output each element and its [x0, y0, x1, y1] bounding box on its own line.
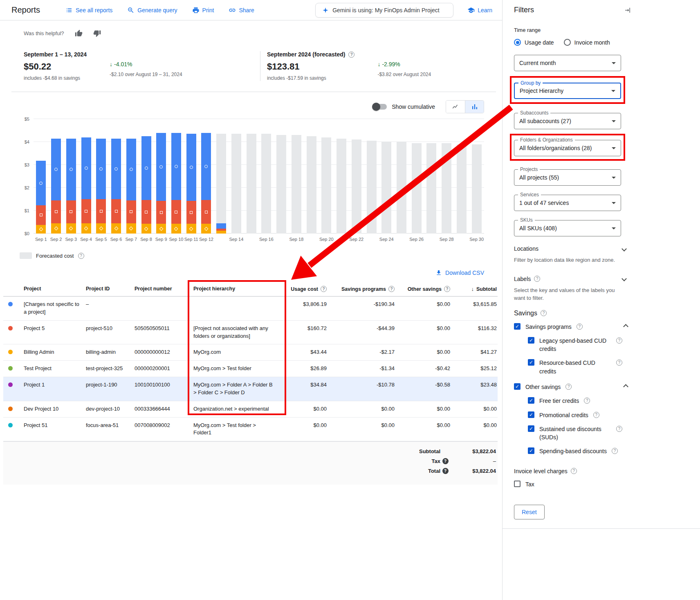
month-select[interactable]: Current month	[514, 55, 621, 71]
chart-bar-slot[interactable]	[109, 119, 124, 234]
table-row[interactable]: Test Project test-project-325 0000002000…	[3, 361, 498, 377]
col-project[interactable]: Project	[24, 286, 86, 292]
checkbox-savings-programs[interactable]: ✓ Savings programs ?	[514, 323, 629, 331]
table-row[interactable]: [Charges not specific to a project] – $3…	[3, 297, 498, 321]
chart-bar-slot[interactable]	[469, 119, 484, 234]
collapse-panel-button[interactable]	[624, 7, 631, 14]
labels-section-toggle[interactable]: Labels ?	[514, 276, 628, 282]
col-project-id[interactable]: Project ID	[86, 286, 135, 292]
col-project-hierarchy[interactable]: Project hierarchy	[193, 286, 280, 292]
checkbox-promotional-credits[interactable]: ✓ Promotional credits ?	[514, 411, 629, 419]
help-icon[interactable]: ?	[565, 384, 572, 390]
help-icon[interactable]: ?	[616, 426, 622, 432]
checkbox-spending-based-discounts[interactable]: ✓ Spending-based discounts ?	[514, 447, 629, 455]
line-chart-button[interactable]	[446, 101, 465, 113]
checkbox-other-savings[interactable]: ✓ Other savings ?	[514, 383, 629, 391]
help-icon[interactable]: ?	[388, 286, 395, 292]
chart-bar-slot[interactable]	[63, 119, 79, 234]
table-row-highlighted[interactable]: Project 1 project-1-190 100100100100 MyO…	[3, 377, 498, 401]
chart-bar-slot[interactable]	[409, 119, 424, 234]
help-icon[interactable]: ?	[616, 337, 622, 344]
col-usage-cost[interactable]: Usage cost?	[280, 286, 328, 292]
chart-bar-slot[interactable]	[214, 119, 229, 234]
chevron-up-icon[interactable]	[623, 384, 628, 389]
locations-section-toggle[interactable]: Locations	[514, 245, 628, 252]
chart-bar-slot[interactable]	[394, 119, 409, 234]
folders-organizations-select[interactable]: Folders & Organizations All folders/orga…	[514, 140, 621, 156]
chart-bar-slot[interactable]	[169, 119, 184, 234]
col-project-number[interactable]: Project number	[135, 286, 193, 292]
help-icon[interactable]: ?	[534, 276, 540, 282]
chart-bar-slot[interactable]	[199, 119, 214, 234]
table-row[interactable]: Dev Project 10 dev-project-10 0003336664…	[3, 401, 498, 418]
chart-bar-slot[interactable]	[289, 119, 304, 234]
help-icon[interactable]: ?	[321, 286, 327, 292]
help-icon[interactable]: ?	[78, 253, 84, 259]
checkbox-resource-cud-credits[interactable]: ✓ Resource-based CUD credits ?	[514, 359, 629, 375]
chart-bar-slot[interactable]	[79, 119, 94, 234]
thumbs-down-button[interactable]	[93, 29, 101, 37]
checkbox-tax[interactable]: Tax	[514, 480, 629, 488]
radio-usage-date[interactable]: Usage date	[514, 39, 554, 46]
checkbox-sustained-use-discounts[interactable]: ✓ Sustained use discounts (SUDs) ?	[514, 425, 629, 442]
col-subtotal[interactable]: ↓Subtotal	[451, 286, 498, 292]
table-row[interactable]: Project 5 project-510 505050505011 [Proj…	[3, 321, 498, 345]
print-link[interactable]: Print	[192, 7, 214, 14]
chart-bar-slot[interactable]	[439, 119, 454, 234]
chart-bar-slot[interactable]	[229, 119, 244, 234]
chart-bar-slot[interactable]	[379, 119, 394, 234]
col-savings-programs[interactable]: Savings programs?	[328, 286, 395, 292]
chart-bar-slot[interactable]	[304, 119, 319, 234]
chart-bar-slot[interactable]	[274, 119, 289, 234]
chevron-up-icon[interactable]	[623, 324, 628, 329]
reset-button[interactable]: Reset	[514, 505, 545, 519]
help-icon[interactable]: ?	[612, 448, 618, 454]
chart-bar-slot[interactable]	[123, 119, 139, 234]
chart-bar-slot[interactable]	[319, 119, 334, 234]
help-icon[interactable]: ?	[593, 412, 599, 418]
chart-bar-slot[interactable]	[454, 119, 469, 234]
help-icon[interactable]: ?	[571, 468, 577, 474]
square-marker-icon	[85, 210, 88, 213]
show-cumulative-toggle[interactable]: Show cumulative	[373, 103, 435, 110]
share-link[interactable]: Share	[229, 7, 254, 14]
chart-bar-slot[interactable]	[364, 119, 379, 234]
help-icon[interactable]: ?	[577, 324, 583, 330]
help-icon[interactable]: ?	[444, 286, 450, 292]
chart-bar-slot[interactable]	[244, 119, 259, 234]
learn-link[interactable]: Learn	[467, 7, 492, 14]
group-by-select[interactable]: Group by Project Hierarchy	[514, 83, 621, 99]
chart-bar-slot[interactable]	[424, 119, 439, 234]
chart-bar-slot[interactable]	[139, 119, 154, 234]
help-icon[interactable]: ?	[616, 360, 622, 366]
radio-invoice-month[interactable]: Invoice month	[564, 39, 610, 46]
bar-chart-button[interactable]	[465, 101, 484, 113]
services-select[interactable]: Services 1 out of 47 services	[514, 195, 621, 211]
help-icon[interactable]: ?	[541, 310, 547, 316]
see-all-reports-link[interactable]: See all reports	[65, 7, 112, 14]
help-icon[interactable]: ?	[348, 52, 354, 58]
chart-bar-slot[interactable]	[34, 119, 49, 234]
checkbox-free-tier-credits[interactable]: ✓ Free tier credits ?	[514, 397, 629, 405]
table-row[interactable]: Project 51 focus-area-51 007008009002 My…	[3, 418, 498, 442]
download-csv-button[interactable]: Download CSV	[435, 270, 484, 276]
chart-bar-slot[interactable]	[154, 119, 169, 234]
projects-select[interactable]: Projects All projects (55)	[514, 169, 621, 186]
chart-bar-slot[interactable]	[184, 119, 199, 234]
generate-query-link[interactable]: Generate query	[127, 7, 177, 14]
chart-bar-slot[interactable]	[334, 119, 349, 234]
col-other-savings[interactable]: Other savings?	[395, 286, 451, 292]
thumbs-up-button[interactable]	[75, 29, 83, 37]
skus-select[interactable]: SKUs All SKUs (408)	[514, 220, 621, 236]
gemini-context-pill[interactable]: Gemini is using: My FinOps Admin Project	[315, 3, 453, 18]
subaccounts-select[interactable]: Subaccounts All subaccounts (27)	[514, 113, 621, 129]
chart-bar-slot[interactable]	[259, 119, 274, 234]
help-icon[interactable]: ?	[442, 458, 449, 464]
help-icon[interactable]: ?	[584, 398, 590, 404]
help-icon[interactable]: ?	[442, 468, 449, 474]
checkbox-legacy-cud-credits[interactable]: ✓ Legacy spend-based CUD credits ?	[514, 337, 629, 353]
chart-bar-slot[interactable]	[349, 119, 364, 234]
chart-bar-slot[interactable]	[49, 119, 64, 234]
table-row[interactable]: Billing Admin billing-admin 000000000012…	[3, 344, 498, 361]
chart-bar-slot[interactable]	[94, 119, 109, 234]
